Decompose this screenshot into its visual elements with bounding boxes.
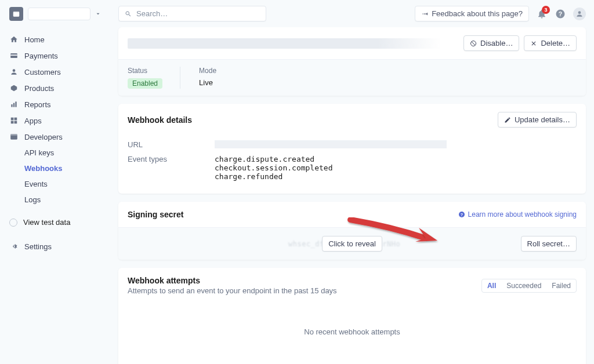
sidebar-item-products[interactable]: Products	[0, 80, 110, 96]
sidebar-item-reports[interactable]: Reports	[0, 96, 110, 112]
toggle-circle-icon	[9, 219, 17, 227]
sidebar-item-developers[interactable]: Developers	[0, 129, 110, 145]
sidebar-item-label: Apps	[24, 117, 42, 125]
help-icon: ?	[458, 211, 465, 218]
sidebar-item-label: Payments	[24, 52, 58, 60]
sidebar-item-label: Home	[24, 35, 45, 44]
event-type: charge.refunded	[215, 172, 577, 181]
payments-icon	[9, 51, 19, 60]
home-icon	[9, 35, 19, 44]
svg-text:?: ?	[460, 213, 462, 217]
event-types-label: Event types	[128, 155, 215, 181]
customers-icon	[9, 67, 19, 77]
svg-rect-5	[11, 104, 12, 107]
sidebar-item-label: API keys	[24, 148, 54, 157]
sidebar-item-home[interactable]: Home	[0, 31, 110, 48]
section-title: Signing secret	[128, 210, 183, 219]
status-label: Status	[128, 67, 162, 75]
svg-point-4	[13, 69, 16, 72]
svg-rect-3	[10, 54, 17, 56]
svg-rect-7	[15, 101, 16, 107]
search-input[interactable]: Search…	[118, 6, 266, 21]
sidebar-item-webhooks[interactable]: Webhooks	[0, 161, 110, 176]
sidebar-item-customers[interactable]: Customers	[0, 64, 110, 80]
sidebar-item-events[interactable]: Events	[0, 176, 110, 192]
svg-line-18	[472, 42, 475, 45]
sidebar-item-label: Settings	[24, 242, 52, 251]
reports-icon	[9, 100, 19, 109]
button-label: Disable…	[480, 39, 513, 48]
search-icon	[125, 10, 132, 17]
sidebar-item-label: Customers	[24, 68, 61, 77]
sidebar-item-label: Webhooks	[24, 164, 63, 173]
url-label: URL	[128, 140, 215, 150]
button-label: Roll secret…	[527, 239, 570, 248]
search-placeholder: Search…	[136, 9, 168, 18]
url-value-redacted	[215, 140, 447, 148]
sidebar-item-logs[interactable]: Logs	[0, 192, 110, 208]
button-label: Delete…	[541, 39, 570, 48]
svg-rect-8	[11, 118, 14, 121]
attempts-filter: All Succeeded Failed	[481, 279, 577, 293]
section-title: Webhook attempts	[128, 276, 337, 285]
toggle-label: View test data	[23, 218, 70, 227]
roll-secret-button[interactable]: Roll secret…	[521, 236, 577, 252]
event-type: charge.dispute.created	[215, 155, 577, 163]
section-subtitle: Attempts to send an event to your endpoi…	[128, 286, 337, 295]
sidebar-item-payments[interactable]: Payments	[0, 48, 110, 64]
svg-rect-9	[15, 118, 17, 121]
sidebar-item-label: Logs	[24, 195, 41, 204]
mode-value: Live	[199, 78, 216, 87]
sidebar-item-settings[interactable]: Settings	[0, 238, 110, 254]
link-label: Learn more about webhook signing	[468, 210, 577, 219]
svg-rect-1	[13, 11, 20, 12]
filter-succeeded[interactable]: Succeeded	[501, 279, 546, 292]
pencil-icon	[504, 117, 511, 123]
sidebar-item-apps[interactable]: Apps	[0, 112, 110, 129]
filter-all[interactable]: All	[482, 279, 501, 292]
avatar[interactable]	[573, 8, 586, 20]
attempts-empty: No recent webhook attempts	[118, 303, 586, 364]
button-label: Update details…	[515, 115, 570, 124]
feedback-label: Feedback about this page?	[432, 9, 523, 18]
user-icon	[575, 10, 584, 18]
apps-icon	[9, 116, 19, 125]
notifications-button[interactable]: 3	[536, 8, 548, 20]
help-button[interactable]: ?	[555, 8, 566, 20]
app-logo[interactable]	[9, 7, 23, 21]
learn-more-link[interactable]: ? Learn more about webhook signing	[458, 210, 577, 219]
svg-rect-10	[11, 121, 14, 124]
disable-icon	[470, 40, 477, 47]
notification-badge: 3	[542, 6, 550, 14]
button-label: Click to reveal	[328, 239, 376, 248]
sidebar-item-apikeys[interactable]: API keys	[0, 145, 110, 161]
svg-rect-0	[13, 12, 20, 17]
products-icon	[9, 83, 19, 93]
mode-label: Mode	[199, 67, 216, 75]
event-type: checkout.session.completed	[215, 163, 577, 172]
close-icon	[530, 40, 537, 47]
help-icon: ?	[555, 9, 566, 19]
developers-icon	[9, 132, 19, 141]
reveal-secret-button[interactable]: Click to reveal	[322, 236, 382, 252]
webhook-endpoint-redacted	[128, 38, 441, 49]
update-details-button[interactable]: Update details…	[498, 112, 577, 128]
view-test-data-toggle[interactable]: View test data	[0, 213, 110, 231]
filter-failed[interactable]: Failed	[546, 279, 576, 292]
sidebar-item-label: Products	[24, 84, 54, 93]
event-types-list: charge.dispute.created checkout.session.…	[215, 155, 577, 181]
account-switcher[interactable]	[28, 8, 90, 20]
sidebar-item-label: Events	[24, 180, 48, 188]
status-badge: Enabled	[128, 78, 162, 89]
section-title: Webhook details	[128, 115, 192, 125]
disable-button[interactable]: Disable…	[463, 35, 519, 51]
feedback-button[interactable]: Feedback about this page?	[415, 6, 529, 21]
delete-button[interactable]: Delete…	[524, 35, 577, 51]
megaphone-icon	[421, 10, 428, 17]
sidebar-item-label: Developers	[24, 133, 63, 141]
svg-rect-6	[13, 103, 15, 107]
svg-text:?: ?	[559, 10, 562, 17]
gear-icon	[9, 242, 19, 251]
svg-rect-11	[15, 121, 17, 124]
sidebar-item-label: Reports	[24, 100, 51, 109]
